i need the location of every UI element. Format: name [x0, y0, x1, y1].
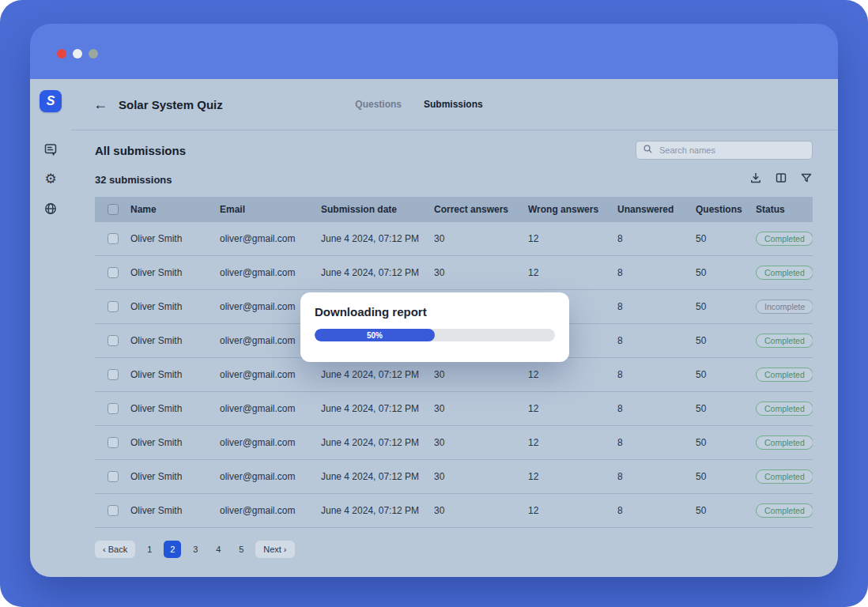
close-window-button[interactable]: [57, 49, 66, 58]
tab-questions[interactable]: Questions: [355, 99, 402, 110]
cell-submission-date: June 4 2024, 07:12 PM: [321, 471, 434, 482]
row-checkbox[interactable]: [108, 267, 119, 278]
status-badge: Completed: [756, 368, 813, 382]
page-1[interactable]: 1: [141, 541, 158, 558]
app-logo[interactable]: S: [40, 90, 62, 112]
minimize-window-button[interactable]: [73, 49, 82, 58]
table-row[interactable]: Oliver Smith oliver@gmail.com June 4 202…: [95, 460, 813, 494]
status-badge: Completed: [756, 435, 813, 450]
cell-name: Oliver Smith: [130, 267, 220, 278]
cell-correct-answers: 30: [434, 369, 528, 380]
cell-wrong-answers: 12: [528, 403, 617, 414]
cell-submission-date: June 4 2024, 07:12 PM: [321, 233, 434, 244]
table-row[interactable]: Oliver Smith oliver@gmail.com June 4 202…: [95, 392, 813, 426]
traffic-lights: [57, 49, 98, 58]
page-5[interactable]: 5: [232, 541, 250, 558]
cell-email: oliver@gmail.com: [220, 505, 321, 516]
tab-submissions[interactable]: Submissions: [424, 99, 483, 110]
cell-questions: 50: [696, 403, 756, 414]
progress-fill: 50%: [315, 329, 435, 341]
row-checkbox[interactable]: [108, 437, 119, 448]
cell-unanswered: 8: [617, 369, 696, 380]
filter-icon[interactable]: [800, 172, 813, 187]
table-row[interactable]: Oliver Smith oliver@gmail.com June 4 202…: [95, 256, 813, 290]
column-header: Email: [220, 204, 321, 215]
table-row[interactable]: Oliver Smith oliver@gmail.com June 4 202…: [95, 426, 813, 460]
cell-unanswered: 8: [617, 267, 696, 278]
cell-name: Oliver Smith: [130, 233, 220, 244]
column-header: Submission date: [321, 204, 434, 215]
cell-name: Oliver Smith: [130, 437, 220, 448]
status-badge: Completed: [756, 334, 813, 348]
cell-submission-date: June 4 2024, 07:12 PM: [321, 369, 434, 380]
cell-wrong-answers: 12: [528, 471, 617, 482]
cell-unanswered: 8: [617, 301, 696, 312]
row-checkbox[interactable]: [108, 369, 119, 380]
table-row[interactable]: Oliver Smith oliver@gmail.com June 4 202…: [95, 494, 813, 528]
download-report-modal: Downloading report 50%: [300, 292, 569, 362]
page-2[interactable]: 2: [164, 541, 181, 558]
columns-icon[interactable]: [775, 172, 787, 187]
cell-name: Oliver Smith: [130, 505, 220, 516]
table-row[interactable]: Oliver Smith oliver@gmail.com June 4 202…: [95, 358, 813, 392]
search-box[interactable]: [636, 141, 813, 160]
search-input[interactable]: [658, 145, 806, 156]
status-badge: Completed: [756, 232, 813, 246]
cell-email: oliver@gmail.com: [220, 233, 321, 244]
cell-questions: 50: [696, 471, 756, 482]
modal-title: Downloading report: [315, 305, 555, 319]
cell-correct-answers: 30: [434, 233, 528, 244]
cell-questions: 50: [696, 267, 756, 278]
column-header: Questions: [696, 204, 756, 215]
row-checkbox[interactable]: [108, 505, 119, 516]
quiz-header: ← Solar System Quiz QuestionsSubmissions: [71, 79, 838, 130]
cell-correct-answers: 30: [434, 403, 528, 414]
column-header: Status: [756, 204, 813, 215]
maximize-window-button[interactable]: [89, 49, 98, 58]
cell-correct-answers: 30: [434, 267, 528, 278]
row-checkbox[interactable]: [108, 335, 119, 346]
row-checkbox[interactable]: [108, 233, 119, 244]
cell-questions: 50: [696, 301, 756, 312]
download-icon[interactable]: [749, 172, 762, 187]
column-header: Wrong answers: [528, 204, 617, 215]
cell-questions: 50: [696, 233, 756, 244]
window-titlebar: [30, 24, 838, 79]
page-3[interactable]: 3: [187, 541, 204, 558]
row-checkbox[interactable]: [108, 471, 119, 482]
globe-icon[interactable]: [43, 202, 58, 216]
row-checkbox[interactable]: [108, 301, 119, 312]
cell-questions: 50: [696, 437, 756, 448]
cell-correct-answers: 30: [434, 471, 528, 482]
back-arrow-icon[interactable]: ←: [93, 96, 108, 113]
quiz-icon[interactable]: [43, 142, 58, 156]
table-row[interactable]: Oliver Smith oliver@gmail.com June 4 202…: [95, 222, 813, 256]
cell-name: Oliver Smith: [130, 335, 220, 346]
cell-email: oliver@gmail.com: [220, 437, 321, 448]
cell-unanswered: 8: [617, 505, 696, 516]
status-badge: Incomplete: [756, 300, 813, 314]
cell-questions: 50: [696, 369, 756, 380]
cell-email: oliver@gmail.com: [220, 403, 321, 414]
search-icon: [643, 143, 653, 157]
cell-submission-date: June 4 2024, 07:12 PM: [321, 267, 434, 278]
cell-wrong-answers: 12: [528, 437, 617, 448]
cell-unanswered: 8: [617, 471, 696, 482]
desktop-background: S ⚙: [0, 0, 868, 607]
cell-submission-date: June 4 2024, 07:12 PM: [321, 505, 434, 516]
next-page-button[interactable]: Next ›: [255, 541, 294, 558]
page-4[interactable]: 4: [209, 541, 227, 558]
cell-wrong-answers: 12: [528, 267, 617, 278]
select-all-checkbox[interactable]: [108, 204, 119, 215]
row-checkbox[interactable]: [108, 403, 119, 414]
settings-icon[interactable]: ⚙: [44, 172, 56, 186]
column-header: Correct answers: [434, 204, 528, 215]
status-badge: Completed: [756, 266, 813, 280]
column-header: Name: [130, 204, 220, 215]
sidebar: S ⚙: [30, 79, 71, 577]
back-page-button[interactable]: ‹ Back: [95, 541, 135, 558]
cell-email: oliver@gmail.com: [220, 369, 321, 380]
cell-unanswered: 8: [617, 335, 696, 346]
page-title: Solar System Quiz: [119, 98, 223, 111]
cell-unanswered: 8: [617, 233, 696, 244]
